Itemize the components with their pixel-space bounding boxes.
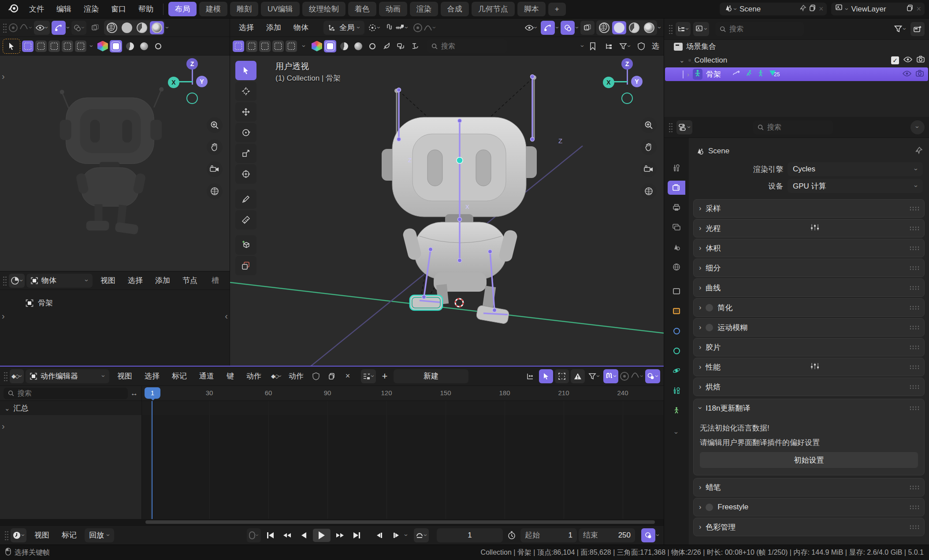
proportional-edit-group[interactable]: › — [412, 21, 438, 35]
pass-shadow[interactable] — [124, 40, 136, 52]
menu-item[interactable]: 视图 — [28, 530, 56, 540]
snap-toggle[interactable]: › — [603, 369, 618, 383]
drag-grip-icon[interactable] — [909, 206, 919, 211]
workspace-tab[interactable]: 布局 — [168, 2, 197, 16]
menu-item[interactable]: 键 — [220, 371, 240, 381]
navigation-gizmo[interactable]: Z X Y — [168, 58, 217, 108]
outliner-row-armature[interactable]: › 骨架 25 — [665, 67, 928, 81]
tab-scene[interactable] — [668, 240, 685, 254]
chevron-down-icon[interactable]: › — [580, 45, 586, 47]
viewlayer-selector[interactable]: › ViewLayer × — [831, 3, 925, 15]
add-cube-tool[interactable] — [235, 235, 256, 255]
device-dropdown[interactable]: GPU 计算 › — [788, 179, 923, 193]
drag-grip-icon[interactable] — [909, 406, 919, 411]
pin-icon[interactable] — [799, 4, 806, 14]
gizmo-axis-minus-z[interactable] — [186, 93, 198, 104]
warning-filter-icon[interactable] — [571, 369, 585, 383]
pivot-dropdown[interactable]: › — [645, 369, 660, 383]
gizmo-axis-y[interactable]: Y — [631, 76, 643, 87]
edit-cursor-toggle[interactable] — [539, 369, 553, 383]
pass-hook[interactable] — [409, 40, 421, 52]
properties-panel-header[interactable]: › Freestyle — [694, 498, 924, 516]
transform-orientation-dropdown[interactable]: 全局 › — [323, 21, 364, 35]
pass-paint[interactable] — [380, 40, 393, 52]
pass-shadow[interactable] — [338, 40, 350, 52]
drag-grip-icon[interactable] — [909, 305, 919, 310]
viewport-search[interactable] — [427, 39, 507, 53]
menu-item[interactable]: 标记 — [166, 371, 193, 381]
menu-item[interactable]: 通道 — [193, 371, 220, 381]
proportional-edit-icon[interactable] — [620, 372, 629, 381]
zoom-icon[interactable] — [641, 117, 657, 133]
workspace-tab[interactable]: 建模 — [199, 2, 227, 16]
properties-panel-header[interactable]: › 烘焙 — [694, 378, 924, 396]
tab-data[interactable] — [668, 403, 685, 417]
workspace-tab[interactable]: UV编辑 — [261, 2, 300, 16]
gizmos-toggle[interactable] — [541, 21, 555, 35]
select-mode-subtract[interactable] — [259, 41, 271, 52]
new-scene-icon[interactable] — [809, 4, 816, 14]
tab-output[interactable] — [668, 200, 685, 215]
panel-toggle-circle[interactable] — [706, 304, 713, 312]
blender-logo-icon[interactable] — [8, 3, 19, 15]
render-engine-dropdown[interactable]: Cycles › — [788, 162, 923, 176]
select-box-tool[interactable] — [235, 61, 256, 80]
pass-swap[interactable] — [394, 40, 407, 52]
pan-hand-icon[interactable] — [207, 139, 223, 155]
jump-to-start-button[interactable] — [263, 529, 278, 542]
stopwatch-icon[interactable] — [505, 528, 519, 542]
properties-panel-header[interactable]: › 光程 — [694, 219, 924, 237]
workspace-tab[interactable]: 脚本 — [517, 2, 546, 16]
xray-toggle[interactable] — [88, 21, 102, 35]
properties-panel-header[interactable]: › 采样 — [694, 200, 924, 217]
tab-world[interactable] — [668, 260, 685, 274]
menu-item[interactable]: 编辑 — [50, 4, 78, 14]
rotate-tool[interactable] — [235, 123, 256, 142]
gizmos-toggle[interactable] — [52, 21, 66, 35]
menu-item[interactable]: 选择 — [233, 22, 260, 33]
camera-render-icon[interactable] — [916, 70, 924, 79]
secondary-viewport-canvas[interactable]: Z X Y › — [0, 56, 230, 271]
workspace-tab[interactable]: + — [548, 3, 566, 16]
drag-grip-icon[interactable] — [909, 286, 919, 290]
tab-object[interactable] — [668, 304, 685, 318]
horizontal-scrollbar[interactable] — [0, 519, 664, 525]
properties-panel-header[interactable]: › 性能 — [694, 358, 924, 376]
pass-environment[interactable] — [366, 40, 379, 52]
select-mode-subtract[interactable] — [48, 41, 60, 52]
select-mode-intersect[interactable] — [286, 41, 297, 52]
tab-tool[interactable] — [668, 161, 685, 175]
editor-type-button[interactable]: › — [676, 22, 691, 36]
display-mode-dropdown[interactable]: › — [693, 22, 709, 36]
shading-rendered[interactable] — [642, 21, 656, 34]
drag-grip-icon[interactable] — [4, 530, 9, 540]
properties-panel-header[interactable]: › 色彩管理 — [694, 518, 924, 536]
select-mode-new[interactable] — [22, 41, 33, 52]
workspace-tab[interactable]: 着色 — [348, 2, 376, 16]
scale-tool[interactable] — [235, 144, 256, 163]
navigation-gizmo[interactable]: Z X Y — [603, 58, 652, 108]
resize-handle-icon[interactable]: ↔ — [130, 389, 138, 398]
drag-grip-icon[interactable] — [909, 345, 919, 350]
sidebar-expand-arrow[interactable]: › — [2, 71, 5, 82]
pivot-point-dropdown[interactable]: › — [366, 21, 382, 35]
properties-panel-header[interactable]: › 胶片 — [694, 338, 924, 356]
select-mode-new[interactable] — [233, 41, 244, 52]
camera-view-icon[interactable] — [641, 161, 657, 177]
sliders-icon[interactable] — [810, 223, 820, 234]
workspace-tab[interactable]: 合成 — [441, 2, 469, 16]
frame-ruler[interactable]: 306090120150180210240 1 — [142, 386, 664, 401]
menu-item[interactable]: 视图 — [111, 371, 138, 381]
gizmo-axis-y[interactable]: Y — [196, 76, 208, 87]
pass-combined[interactable] — [324, 40, 336, 52]
pass-ao[interactable] — [352, 40, 364, 52]
menu-item[interactable]: 选择 — [138, 371, 166, 381]
chevron-down-icon[interactable]: › — [655, 534, 661, 536]
i18n-panel-header[interactable]: › I18n更新翻译 — [694, 399, 924, 417]
prev-keyframe-button[interactable] — [279, 529, 294, 542]
current-frame-field[interactable]: 1 — [437, 528, 503, 542]
select-mode-intersect[interactable] — [75, 41, 86, 52]
chevron-down-icon[interactable]: › — [403, 534, 410, 536]
chevron-down-icon[interactable]: ⌄ — [4, 405, 10, 412]
visibility-dropdown[interactable]: › — [523, 21, 539, 35]
